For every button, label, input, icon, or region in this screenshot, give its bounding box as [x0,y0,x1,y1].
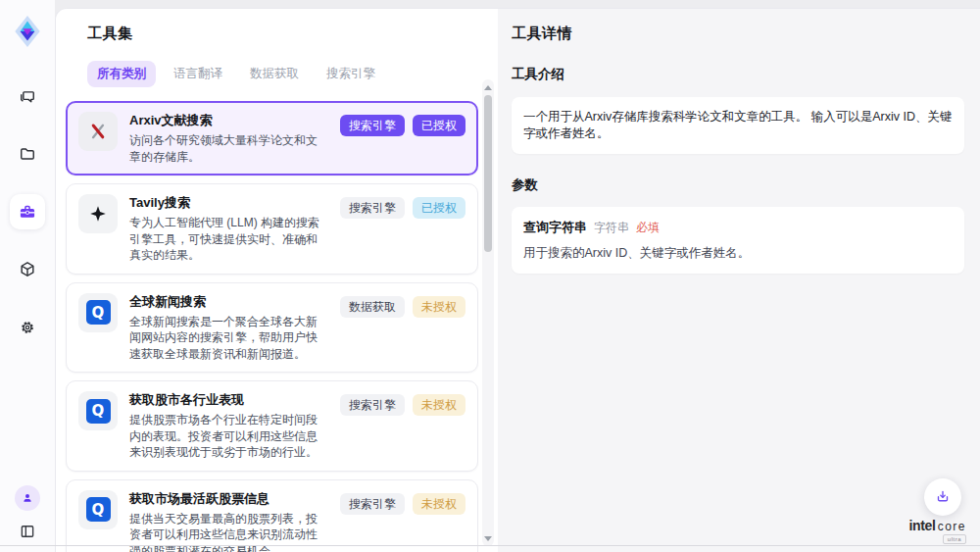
gear-icon[interactable] [10,310,45,345]
left-rail [0,0,55,552]
rail-nav [10,78,45,345]
brand-ultra-badge: ultra [943,534,966,544]
tool-detail-section: 工具详情 工具介绍 一个用于从Arxiv存储库搜索科学论文和文章的工具。 输入可… [498,9,980,552]
intro-card: 一个用于从Arxiv存储库搜索科学论文和文章的工具。 输入可以是Arxiv ID… [512,97,964,154]
tool-name: 获取股市各行业表现 [129,391,328,409]
chat-icon[interactable] [10,78,45,114]
window-bottom-edge [0,545,980,546]
main-panel: 工具集 所有类别语言翻译数据获取搜索引擎 Arxiv文献搜索 访问各个研究领域大… [55,8,980,552]
toolbox-icon[interactable] [10,194,45,229]
auth-status-badge: 已授权 [413,115,466,136]
tool-description: 专为人工智能代理 (LLM) 构建的搜索引擎工具，可快速提供实时、准确和真实的结… [129,215,328,264]
scrollbar-thumb[interactable] [484,95,492,252]
download-button[interactable] [924,478,961,516]
param-type: 字符串 [594,220,629,236]
arxiv-icon [78,112,118,151]
tool-card[interactable]: Q 获取股市各行业表现 提供股票市场各个行业在特定时间段内的表现。投资者可以利用… [66,380,478,472]
category-badge: 搜索引擎 [340,115,405,136]
star-icon [78,194,118,233]
params-list: 查询字符串 字符串 必填 用于搜索的Arxiv ID、关键字或作者姓名。 [512,207,964,274]
brand-core: core [938,521,966,532]
auth-status-badge: 未授权 [413,296,466,318]
scroll-down-arrow-icon[interactable] [482,532,494,544]
param-card: 查询字符串 字符串 必填 用于搜索的Arxiv ID、关键字或作者姓名。 [512,207,964,274]
intel-core-logo: intel core ultra [908,519,966,544]
auth-status-badge: 已授权 [413,197,466,219]
scroll-up-arrow-icon[interactable] [482,81,494,93]
list-scrollbar[interactable] [482,79,494,546]
tool-card[interactable]: Q 获取市场最活跃股票信息 提供当天交易量最高的股票列表，投资者可以利用这些信息… [66,479,478,552]
blue-q-icon: Q [78,391,118,430]
category-badge: 数据获取 [340,296,405,318]
category-badge: 搜索引擎 [340,493,405,515]
intro-heading: 工具介绍 [512,66,964,83]
tool-description: 全球新闻搜索是一个聚合全球各大新闻网站内容的搜索引擎，帮助用户快速获取全球最新资… [129,314,328,363]
side-panel-icon[interactable] [19,523,36,540]
category-badge: 搜索引擎 [340,197,405,219]
tool-description: 访问各个研究领域大量科学论文和文章的存储库。 [129,132,328,165]
tool-list-section: 工具集 所有类别语言翻译数据获取搜索引擎 Arxiv文献搜索 访问各个研究领域大… [56,9,498,552]
blue-q-icon: Q [78,293,118,332]
category-tab-1[interactable]: 所有类别 [87,61,156,87]
tool-card[interactable]: Tavily搜索 专为人工智能代理 (LLM) 构建的搜索引擎工具，可快速提供实… [66,183,478,275]
tool-name: Arxiv文献搜索 [129,112,328,129]
params-heading: 参数 [512,176,964,194]
tool-card[interactable]: Q 全球新闻搜索 全球新闻搜索是一个聚合全球各大新闻网站内容的搜索引擎，帮助用户… [66,282,478,374]
category-tabs: 所有类别语言翻译数据获取搜索引擎 [87,61,478,87]
category-tab-4[interactable]: 搜索引擎 [317,61,385,87]
param-description: 用于搜索的Arxiv ID、关键字或作者姓名。 [523,245,953,262]
rail-bottom [15,485,40,540]
page-title: 工具集 [87,25,478,43]
param-required-flag: 必填 [636,220,660,236]
tool-name: 全球新闻搜索 [129,293,328,311]
tool-name: Tavily搜索 [129,194,328,212]
tool-card-list: Arxiv文献搜索 访问各个研究领域大量科学论文和文章的存储库。 搜索引擎 已授… [66,101,478,552]
param-name: 查询字符串 [523,219,587,236]
category-tab-2[interactable]: 语言翻译 [164,61,232,87]
category-tab-3[interactable]: 数据获取 [240,61,309,87]
app-logo [13,14,42,49]
download-icon [934,488,952,506]
folder-icon[interactable] [10,136,45,172]
brand-intel: intel [908,519,935,532]
auth-status-badge: 未授权 [413,394,466,416]
auth-status-badge: 未授权 [413,493,466,515]
tool-card[interactable]: Arxiv文献搜索 访问各个研究领域大量科学论文和文章的存储库。 搜索引擎 已授… [66,101,478,176]
blue-q-icon: Q [78,490,118,529]
tool-name: 获取市场最活跃股票信息 [129,490,328,508]
user-avatar-icon[interactable] [15,485,40,511]
cube-icon[interactable] [10,252,45,287]
detail-title: 工具详情 [512,25,964,43]
category-badge: 搜索引擎 [340,394,405,416]
tool-description: 提供股票市场各个行业在特定时间段内的表现。投资者可以利用这些信息来识别表现优于或… [129,412,328,461]
